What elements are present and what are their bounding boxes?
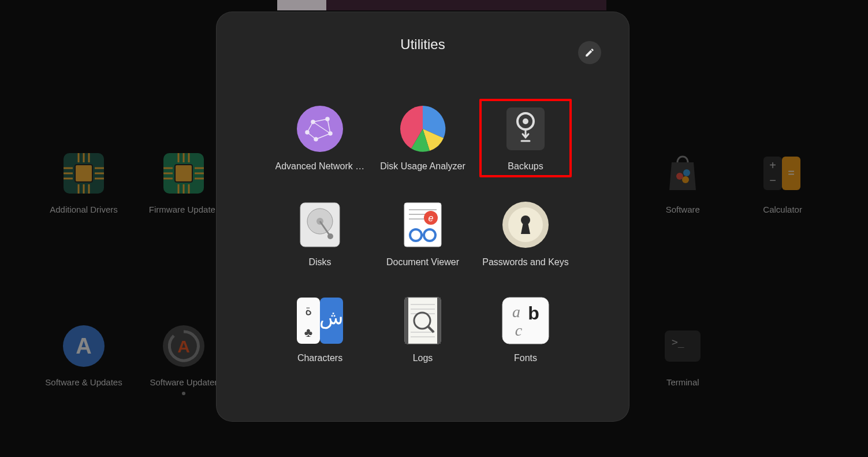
svg-text:ة: ة xyxy=(305,302,312,318)
app-backups[interactable]: Backups xyxy=(479,99,572,177)
bg-app-label: Software xyxy=(666,205,700,214)
app-label: Disk Usage Analyzer xyxy=(380,161,465,172)
svg-point-30 xyxy=(682,176,689,183)
terminal-icon: >_ xyxy=(660,323,706,369)
svg-point-42 xyxy=(297,106,343,152)
bg-app-label: Additional Drivers xyxy=(50,205,118,214)
chip-icon xyxy=(161,150,207,196)
app-passwords-keys[interactable]: Passwords and Keys xyxy=(479,200,572,267)
app-fonts[interactable]: abc Fonts xyxy=(479,296,572,363)
bg-app-label: Software Updater xyxy=(150,377,218,387)
characters-icon: ة♣ش xyxy=(296,296,344,345)
folder-title: Utilities xyxy=(217,36,629,53)
pie-chart-icon xyxy=(398,105,447,153)
shopping-bag-icon xyxy=(660,150,706,196)
svg-point-28 xyxy=(676,173,683,180)
svg-text:e: e xyxy=(429,213,434,223)
bg-app-software-updates[interactable]: A Software & Updates xyxy=(35,323,133,458)
app-advanced-network[interactable]: Advanced Network Configuration xyxy=(274,105,366,172)
svg-text:−: − xyxy=(769,174,776,187)
bg-app-terminal[interactable]: >_ Terminal xyxy=(634,323,732,458)
safe-vault-icon xyxy=(501,105,550,153)
app-label: Passwords and Keys xyxy=(482,257,568,267)
network-globe-icon xyxy=(296,105,344,153)
app-label: Document Viewer xyxy=(386,257,459,267)
app-label: Backups xyxy=(508,161,543,172)
svg-text:c: c xyxy=(515,321,523,339)
bg-app-label: Calculator xyxy=(763,205,802,214)
document-glasses-icon: e xyxy=(398,200,447,249)
log-magnifier-icon xyxy=(398,296,447,345)
app-label: Fonts xyxy=(514,353,537,363)
a-shield-icon: A xyxy=(61,323,107,369)
app-label: Logs xyxy=(413,353,433,363)
folder-app-grid: Advanced Network Configuration Disk Usag… xyxy=(217,105,629,363)
app-logs[interactable]: Logs xyxy=(377,296,469,363)
edit-folder-button[interactable] xyxy=(578,41,601,64)
bg-app-software[interactable]: Software xyxy=(634,150,732,277)
bg-app-additional-drivers[interactable]: Additional Drivers xyxy=(35,150,133,277)
svg-text:=: = xyxy=(788,166,795,179)
svg-text:+: + xyxy=(769,159,776,172)
svg-rect-79 xyxy=(405,298,408,344)
a-refresh-icon: A xyxy=(161,323,207,369)
app-document-viewer[interactable]: e Document Viewer xyxy=(377,200,469,267)
keyhole-icon xyxy=(501,200,550,249)
svg-rect-80 xyxy=(437,298,441,344)
app-label: Disks xyxy=(308,257,331,267)
svg-point-29 xyxy=(683,169,690,176)
svg-text:A: A xyxy=(177,337,190,356)
svg-rect-1 xyxy=(75,165,92,182)
svg-text:>_: >_ xyxy=(672,336,684,348)
calculator-icon: +−= xyxy=(759,150,806,196)
fonts-ab-icon: abc xyxy=(501,296,550,345)
svg-rect-88 xyxy=(502,298,549,344)
svg-point-60 xyxy=(327,233,333,239)
bg-app-label: Software & Updates xyxy=(45,377,122,387)
svg-rect-15 xyxy=(175,165,192,182)
app-label: Advanced Network Configuration xyxy=(275,161,365,172)
hard-disk-icon xyxy=(296,200,344,249)
update-indicator-icon xyxy=(182,392,185,395)
app-disks[interactable]: Disks xyxy=(274,200,366,267)
bg-app-label: Terminal xyxy=(666,377,699,387)
chip-icon xyxy=(61,150,107,196)
app-disk-usage-analyzer[interactable]: Disk Usage Analyzer xyxy=(377,105,469,172)
svg-text:A: A xyxy=(76,334,91,358)
app-characters[interactable]: ة♣ش Characters xyxy=(274,296,366,363)
bg-app-label: Firmware Updater xyxy=(149,205,218,214)
utilities-folder-popup: Utilities Advanced Network Configuration… xyxy=(216,12,629,422)
svg-text:♣: ♣ xyxy=(304,325,312,340)
svg-text:b: b xyxy=(528,303,539,324)
svg-text:ش: ش xyxy=(319,306,344,329)
app-label: Characters xyxy=(297,353,342,363)
svg-text:a: a xyxy=(512,303,520,321)
svg-point-56 xyxy=(523,118,528,124)
pencil-icon xyxy=(584,47,595,58)
bg-app-calculator[interactable]: +−= Calculator xyxy=(733,150,832,277)
